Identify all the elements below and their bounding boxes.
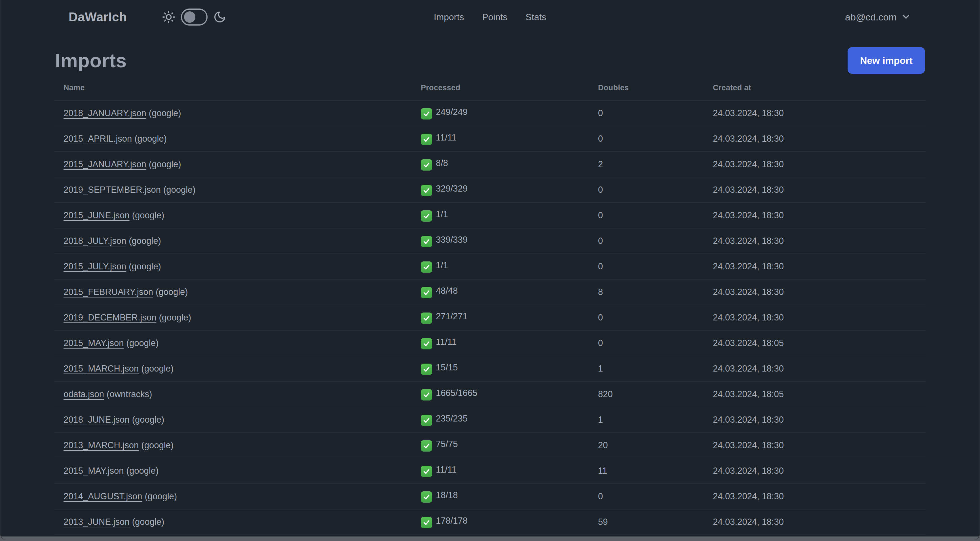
user-menu[interactable]: ab@cd.com [845,11,912,23]
doubles-cell: 1 [589,407,704,432]
success-icon [421,287,432,298]
import-source-label: (google) [141,364,173,373]
import-file-link[interactable]: 2015_JUNE.json [64,210,130,220]
import-file-link[interactable]: 2018_JUNE.json [64,415,130,425]
name-cell: 2015_MAY.json(google) [54,330,412,356]
table-row: 2015_JULY.json(google) 1/1 0 24.03.2024,… [54,254,926,279]
table-row: 2015_FEBRUARY.json(google) 48/48 8 24.03… [54,279,926,305]
import-file-link[interactable]: 2015_MARCH.json [64,364,138,373]
created-at-cell: 24.03.2024, 18:30 [704,228,926,254]
processed-cell: 11/11 [412,126,589,152]
success-icon [421,108,432,120]
import-file-link[interactable]: 2015_APRIL.json [64,134,132,144]
success-icon [421,159,432,171]
processed-cell: 339/339 [412,228,589,254]
import-source-label: (google) [132,415,164,425]
doubles-cell: 2 [589,152,704,177]
processed-count: 1/1 [436,209,448,219]
import-file-link[interactable]: 2015_JULY.json [64,262,126,271]
processed-cell: 1/1 [412,203,589,228]
import-source-label: (google) [159,313,191,322]
import-source-label: (google) [132,210,164,220]
import-file-link[interactable]: 2014_AUGUST.json [64,492,142,501]
created-at-cell: 24.03.2024, 18:30 [704,305,926,330]
import-file-link[interactable]: 2019_DECEMBER.json [64,313,156,322]
processed-count: 8/8 [436,158,448,168]
success-icon [421,415,432,426]
import-file-link[interactable]: 2015_JANUARY.json [64,159,146,169]
import-file-link[interactable]: 2015_FEBRUARY.json [64,287,153,297]
column-header-created-at: Created at [704,76,926,101]
table-row: 2013_JUNE.json(google) 178/178 59 24.03.… [54,509,926,535]
page-title: Imports [55,49,127,72]
table-row: 2015_MAY.json(google) 11/11 0 24.03.2024… [54,330,926,356]
processed-count: 329/329 [436,184,468,193]
theme-toggle-knob [184,11,196,23]
table-header-row: Name Processed Doubles Created at [54,76,926,101]
column-header-name: Name [54,76,412,101]
table-row: 2015_JUNE.json(google) 1/1 0 24.03.2024,… [54,203,926,228]
sun-icon [162,11,175,24]
import-file-link[interactable]: 2015_MAY.json [64,338,124,348]
table-row: 2015_JANUARY.json(google) 8/8 2 24.03.20… [54,152,926,177]
table-row: 2018_JUNE.json(google) 235/235 1 24.03.2… [54,407,926,432]
name-cell: 2013_MARCH.json(google) [54,432,412,458]
doubles-cell: 59 [589,509,704,535]
processed-cell: 8/8 [412,152,589,177]
success-icon [421,466,432,477]
name-cell: 2015_JULY.json(google) [54,254,412,279]
processed-count: 271/271 [436,311,468,321]
table-row: 2014_AUGUST.json(google) 18/18 0 24.03.2… [54,484,926,509]
doubles-cell: 0 [589,101,704,126]
name-cell: 2013_JUNE.json(google) [54,509,412,535]
processed-cell: 249/249 [412,101,589,126]
name-cell: 2015_JUNE.json(google) [54,203,412,228]
processed-cell: 18/18 [412,484,589,509]
navbar: DaWarIch Imports P [0,0,980,34]
name-cell: 2018_JUNE.json(google) [54,407,412,432]
created-at-cell: 24.03.2024, 18:30 [704,279,926,305]
processed-cell: 235/235 [412,407,589,432]
name-cell: 2014_AUGUST.json(google) [54,484,412,509]
nav-link-stats[interactable]: Stats [525,12,546,22]
column-header-doubles: Doubles [589,76,704,101]
nav-link-points[interactable]: Points [482,12,507,22]
created-at-cell: 24.03.2024, 18:30 [704,152,926,177]
import-source-label: (google) [126,338,159,348]
processed-cell: 75/75 [412,432,589,458]
theme-toggle[interactable] [181,8,208,26]
processed-cell: 329/329 [412,177,589,203]
created-at-cell: 24.03.2024, 18:30 [704,432,926,458]
name-cell: 2018_JULY.json(google) [54,228,412,254]
created-at-cell: 24.03.2024, 18:05 [704,330,926,356]
app-logo[interactable]: DaWarIch [68,10,127,24]
import-file-link[interactable]: odata.json [64,389,104,399]
chevron-down-icon [900,11,912,23]
import-file-link[interactable]: 2018_JULY.json [64,236,126,246]
created-at-cell: 24.03.2024, 18:30 [704,407,926,432]
doubles-cell: 0 [589,305,704,330]
import-file-link[interactable]: 2015_MAY.json [64,466,124,476]
import-file-link[interactable]: 2018_JANUARY.json [64,108,146,118]
name-cell: 2015_JANUARY.json(google) [54,152,412,177]
import-file-link[interactable]: 2019_SEPTEMBER.json [64,185,161,195]
created-at-cell: 24.03.2024, 18:05 [704,381,926,407]
import-file-link[interactable]: 2013_JUNE.json [64,517,130,527]
success-icon [421,210,432,222]
name-cell: 2019_SEPTEMBER.json(google) [54,177,412,203]
processed-count: 15/15 [436,362,458,372]
doubles-cell: 0 [589,330,704,356]
doubles-cell: 20 [589,432,704,458]
processed-cell: 11/11 [412,458,589,484]
import-file-link[interactable]: 2013_MARCH.json [64,440,138,450]
created-at-cell: 24.03.2024, 18:30 [704,254,926,279]
window-bottom-band [0,536,980,540]
new-import-button[interactable]: New import [848,47,925,74]
table-row: 2019_SEPTEMBER.json(google) 329/329 0 24… [54,177,926,203]
processed-cell: 178/178 [412,509,589,535]
doubles-cell: 0 [589,254,704,279]
created-at-cell: 24.03.2024, 18:30 [704,126,926,152]
nav-link-imports[interactable]: Imports [434,12,464,22]
processed-count: 249/249 [436,107,468,117]
import-source-label: (google) [145,492,177,501]
